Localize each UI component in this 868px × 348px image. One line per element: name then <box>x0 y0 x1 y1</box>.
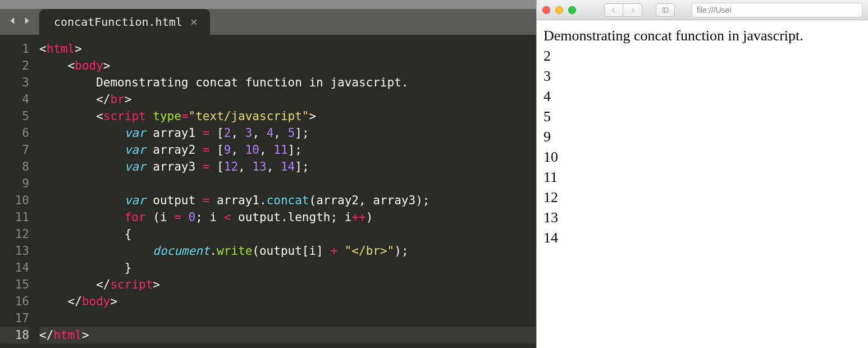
app-root: concatFunction.html × 123456789101112131… <box>0 0 868 348</box>
browser-viewport: Demonstrating concat function in javascr… <box>537 20 868 348</box>
line-number: 18 <box>0 327 29 344</box>
line-number: 13 <box>0 242 29 259</box>
line-number: 15 <box>0 276 29 293</box>
line-number: 3 <box>0 74 29 91</box>
code-line[interactable]: </script> <box>39 276 536 293</box>
window-traffic-lights <box>542 6 576 14</box>
code-line[interactable] <box>39 175 536 192</box>
code-line[interactable]: for (i = 0; i < output.length; i++) <box>39 209 536 226</box>
line-number: 4 <box>0 91 29 108</box>
code-area[interactable]: 123456789101112131415161718 <html> <body… <box>0 35 536 348</box>
window-minimize-icon[interactable] <box>555 6 563 14</box>
browser-nav-group <box>604 3 642 17</box>
close-icon[interactable]: × <box>190 16 198 28</box>
output-value: 3 <box>543 66 861 86</box>
line-number: 7 <box>0 141 29 158</box>
output-value: 9 <box>543 127 861 147</box>
code-line[interactable]: </html> <box>39 327 536 344</box>
code-line[interactable]: <script type="text/javascript"> <box>39 108 536 125</box>
line-number: 10 <box>0 192 29 209</box>
line-number: 9 <box>0 175 29 192</box>
code-line[interactable]: <html> <box>39 40 536 57</box>
output-value: 13 <box>543 208 861 228</box>
browser-forward-button[interactable] <box>623 3 642 17</box>
editor-tab-title: concatFunction.html <box>54 15 182 29</box>
code-line[interactable]: var array1 = [2, 3, 4, 5]; <box>39 125 536 141</box>
code-line[interactable]: var array2 = [9, 10, 11]; <box>39 141 536 158</box>
line-number: 8 <box>0 158 29 175</box>
line-number: 1 <box>0 40 29 57</box>
line-number: 11 <box>0 209 29 226</box>
code-line[interactable]: } <box>39 259 536 276</box>
line-number: 17 <box>0 310 29 327</box>
line-number: 12 <box>0 226 29 242</box>
page-output-list: 234591011121314 <box>543 46 861 248</box>
line-number: 5 <box>0 108 29 125</box>
editor-tab-active[interactable]: concatFunction.html × <box>39 9 210 35</box>
code-line[interactable]: { <box>39 226 536 242</box>
line-number: 16 <box>0 293 29 310</box>
code-line[interactable]: <body> <box>39 57 536 74</box>
code-line[interactable]: </br> <box>39 91 536 108</box>
editor-pane: concatFunction.html × 123456789101112131… <box>0 0 536 348</box>
code-line[interactable]: var array3 = [12, 13, 14]; <box>39 158 536 175</box>
line-number: 6 <box>0 125 29 141</box>
editor-tabbar: concatFunction.html × <box>0 9 536 35</box>
editor-nav-forward-icon[interactable] <box>21 15 31 29</box>
code-content[interactable]: <html> <body> Demonstrating concat funct… <box>39 35 536 348</box>
editor-top-strip <box>0 0 536 9</box>
page-heading: Demonstrating concat function in javascr… <box>543 26 861 46</box>
code-line[interactable] <box>39 310 536 327</box>
code-line[interactable]: var output = array1.concat(array2, array… <box>39 192 536 209</box>
output-value: 10 <box>543 147 861 167</box>
browser-address-bar[interactable]: file:///Usei <box>692 3 862 17</box>
line-number: 14 <box>0 259 29 276</box>
output-value: 2 <box>543 46 861 66</box>
editor-nav-back-icon[interactable] <box>8 15 18 29</box>
editor-nav-arrows <box>0 15 39 29</box>
output-value: 11 <box>543 167 861 187</box>
output-value: 14 <box>543 228 861 248</box>
window-zoom-icon[interactable] <box>568 6 576 14</box>
window-close-icon[interactable] <box>542 6 550 14</box>
code-line[interactable]: Demonstrating concat function in javascr… <box>39 74 536 91</box>
browser-pane: file:///Usei Demonstrating concat functi… <box>536 0 868 348</box>
line-number-gutter: 123456789101112131415161718 <box>0 35 39 348</box>
browser-back-button[interactable] <box>604 3 623 17</box>
code-line[interactable]: </body> <box>39 293 536 310</box>
line-number: 2 <box>0 57 29 74</box>
output-value: 4 <box>543 86 861 107</box>
output-value: 5 <box>543 107 861 127</box>
svg-rect-0 <box>663 8 668 12</box>
browser-toolbar: file:///Usei <box>537 0 868 20</box>
output-value: 12 <box>543 187 861 208</box>
code-line[interactable]: document.write(output[i] + "</br>"); <box>39 242 536 259</box>
browser-sidebar-button[interactable] <box>656 3 675 17</box>
